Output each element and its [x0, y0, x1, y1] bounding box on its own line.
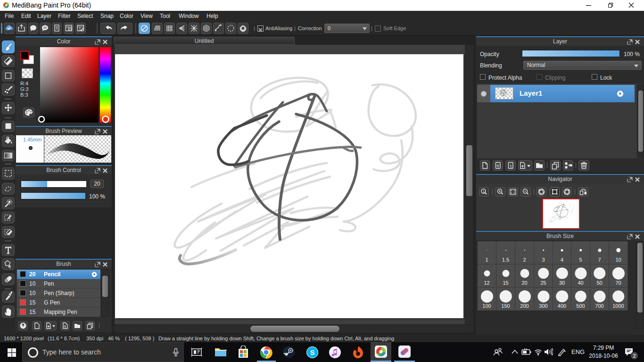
svg-text:1: 1 — [483, 189, 485, 194]
svg-text:S: S — [64, 324, 66, 329]
svg-text:8: 8 — [497, 164, 499, 168]
svg-text:1: 1 — [510, 164, 512, 168]
svg-text:2: 2 — [633, 353, 636, 359]
svg-text:S: S — [310, 348, 314, 356]
